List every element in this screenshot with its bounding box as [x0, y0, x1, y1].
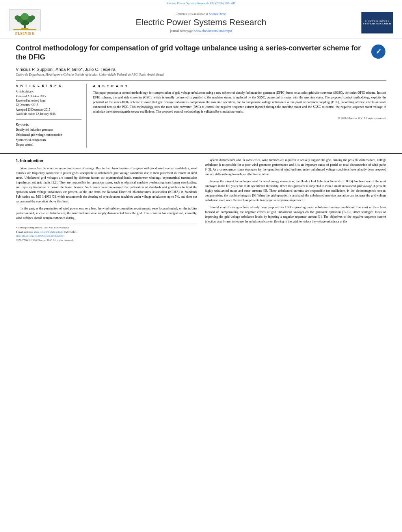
keyword-2: Unbalanced grid voltage compensation [16, 133, 82, 138]
svg-point-6 [30, 15, 35, 20]
article-dates: Received 2 October 2015 Received in revi… [16, 94, 82, 116]
doi-link[interactable]: http://dx.doi.org/10.1016/j.epsr.2015.12… [16, 234, 65, 237]
article-content: Control methodology for compensation of … [0, 39, 402, 152]
journal-title: Electric Power Systems Research [50, 17, 352, 28]
abstract-copyright: © 2016 Elsevier B.V. All rights reserved… [93, 117, 386, 121]
citation-bar: Electric Power Systems Research 133 (201… [0, 0, 402, 6]
epsr-logo-box: ELECTRIC POWER SYSTEMS RESEARCH [361, 12, 393, 33]
email-link[interactable]: ahda.pavani@ufabc.edu.br [34, 230, 63, 234]
section1-col2-p1: system disturbances and, in some cases, … [205, 158, 386, 177]
footnote-star: * Corresponding author. Tel.: +55 114991… [16, 226, 197, 230]
main-body: 1. Introduction Wind power has become on… [0, 153, 402, 246]
received-revised-date: 22 December 2015 [16, 103, 82, 107]
footnote-area: * Corresponding author. Tel.: +55 114991… [16, 224, 197, 242]
accepted-date: Accepted 23 December 2015 [16, 108, 82, 112]
received-date: Received 2 October 2015 [16, 94, 82, 98]
svg-rect-8 [21, 28, 28, 30]
section1-col2-p2: Among the current technologies used for … [205, 179, 386, 203]
svg-point-5 [15, 15, 20, 20]
section1-heading: 1. Introduction [16, 158, 197, 164]
history-label: Article history: [16, 90, 82, 93]
article-info-panel: A R T I C L E I N F O Article history: R… [16, 84, 87, 148]
two-column-layout: 1. Introduction Wind power has become on… [16, 158, 386, 242]
affiliation: Centro de Engenharia, Modelagem e Ciênci… [16, 73, 386, 76]
available-date: Available online 12 January 2016 [16, 112, 82, 116]
title-section: Control methodology for compensation of … [16, 44, 386, 65]
homepage-line: journal homepage: www.elsevier.com/locat… [50, 29, 352, 33]
footnote-email: E-mail address: ahda.pavani@ufabc.edu.br… [16, 230, 197, 234]
keyword-3: Symmetrical components [16, 138, 82, 143]
keyword-4: Torque control [16, 143, 82, 148]
info-divider [16, 119, 82, 120]
footnote-doi: http://dx.doi.org/10.1016/j.epsr.2015.12… [16, 234, 197, 238]
contents-available-text: Contents lists available at ScienceDirec… [50, 12, 352, 16]
elsevier-wordmark: ELSEVIER [15, 32, 34, 35]
epsr-logo: ELECTRIC POWER SYSTEMS RESEARCH [359, 12, 395, 33]
journal-header: ELSEVIER Contents lists available at Sci… [0, 6, 402, 39]
homepage-link[interactable]: www.elsevier.com/locate/epsr [194, 29, 232, 33]
article-info-abstract: A R T I C L E I N F O Article history: R… [16, 80, 386, 148]
crossmark-icon: ✓ [371, 44, 385, 59]
elsevier-tree-image [9, 9, 41, 31]
svg-point-4 [21, 13, 29, 20]
section1-col1-p1: Wind power has become one important sour… [16, 166, 197, 204]
crossmark-badge: ✓ [370, 44, 386, 59]
sciencedirect-link[interactable]: ScienceDirect [209, 12, 227, 16]
abstract-title: A B S T R A C T [93, 84, 386, 89]
journal-center: Contents lists available at ScienceDirec… [43, 12, 359, 33]
keywords-title: Keywords: [16, 123, 82, 126]
left-column: 1. Introduction Wind power has become on… [16, 158, 197, 242]
authors: Vinicius P. Suppioni, Ahda P. Grilo*, Ju… [16, 67, 386, 72]
footnote-issn: 0378-7796/© 2016 Elsevier B.V. All right… [16, 238, 197, 243]
abstract-text: This paper proposes a control methodolog… [93, 91, 386, 114]
article-title: Control methodology for compensation of … [16, 44, 370, 62]
keywords-list: Doubly fed induction generator Unbalance… [16, 128, 82, 148]
right-column: system disturbances and, in some cases, … [205, 158, 386, 242]
article-info-title: A R T I C L E I N F O [16, 84, 82, 87]
journal-citation: Electric Power Systems Research 133 (201… [167, 2, 236, 5]
keyword-1: Doubly fed induction generator [16, 128, 82, 133]
elsevier-logo: ELSEVIER [7, 9, 43, 35]
abstract-section: A B S T R A C T This paper proposes a co… [93, 84, 386, 148]
received-revised-label: Received in revised form [16, 98, 82, 103]
section1-col2-p3: Several control strategies have already … [205, 205, 386, 224]
section1-col1-p2: In the past, as the penetration of wind … [16, 206, 197, 221]
